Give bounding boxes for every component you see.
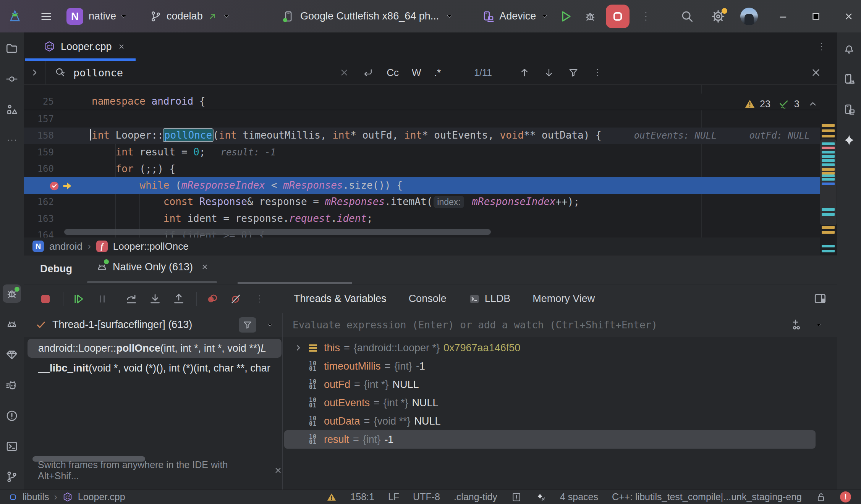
maximize-button[interactable] (811, 11, 821, 22)
error-stripe[interactable] (820, 85, 837, 255)
debug-tool-button[interactable] (3, 284, 21, 303)
expand-icon[interactable] (294, 343, 304, 352)
code-line-163[interactable]: 163 int ident = response.request.ident; (24, 210, 820, 227)
run-button[interactable] (558, 9, 573, 24)
regex-toggle[interactable]: .* (434, 67, 441, 79)
dismiss-tip-icon[interactable] (274, 466, 283, 475)
stripe-mark[interactable] (822, 159, 835, 162)
stripe-mark[interactable] (822, 226, 835, 229)
inspections-widget[interactable]: 23 3 (744, 95, 832, 112)
variable-row-result[interactable]: 1001result={int}-1 (284, 430, 816, 449)
close-session-icon[interactable] (201, 263, 209, 271)
debug-button[interactable] (584, 10, 597, 23)
run-config-badge[interactable]: N (66, 8, 83, 25)
notifications-tool-button[interactable] (840, 39, 858, 58)
variable-row-outEvents[interactable]: 1001outEvents={int *}NULL (284, 394, 816, 412)
variable-row-outFd[interactable]: 1001outFd={int *}NULL (284, 375, 816, 394)
device-manager-tool-button[interactable] (840, 70, 858, 88)
main-menu-button[interactable] (40, 10, 53, 23)
evaluate-expression-bar[interactable]: Evaluate expression (Enter) or add a wat… (283, 313, 837, 337)
code-line-157[interactable]: 157 (24, 111, 820, 128)
problems-tool-button[interactable] (3, 407, 21, 425)
stripe-mark[interactable] (822, 174, 835, 177)
status-module[interactable]: libutils (23, 491, 49, 502)
close-tab-icon[interactable] (117, 42, 126, 51)
run-config-selector[interactable]: native (89, 10, 116, 22)
line-number[interactable]: 160 (24, 163, 54, 174)
filter-threads-button[interactable] (239, 317, 256, 333)
editor-horizontal-scrollbar[interactable] (64, 229, 491, 235)
sticky-scope-line[interactable]: 25namespace android { (24, 94, 820, 110)
line-number[interactable]: 159 (24, 147, 54, 158)
resume-button[interactable] (71, 291, 86, 307)
stripe-mark[interactable] (822, 178, 835, 181)
panel-layout-button[interactable] (813, 292, 827, 305)
chevron-down-icon[interactable] (540, 12, 549, 21)
more-actions-button[interactable] (639, 10, 652, 23)
breadcrumb-namespace[interactable]: android (49, 241, 83, 252)
stripe-mark[interactable] (822, 163, 835, 166)
line-number[interactable]: 164 (24, 230, 54, 237)
warning-triangle-icon[interactable] (327, 492, 337, 502)
reader-mode-icon[interactable] (511, 492, 522, 502)
commit-tool-button[interactable] (3, 70, 21, 88)
gemini-tool-button[interactable] (840, 131, 858, 149)
step-into-button[interactable] (147, 291, 163, 307)
stripe-mark[interactable] (822, 231, 835, 234)
profiler-tool-button[interactable] (3, 376, 21, 394)
prev-problem-icon[interactable] (808, 99, 818, 109)
tab-options-button[interactable] (816, 41, 827, 52)
search-magnifier-icon[interactable] (54, 66, 66, 79)
stripe-mark[interactable] (822, 168, 835, 171)
stripe-mark[interactable] (822, 142, 835, 145)
minimize-button[interactable] (778, 11, 788, 22)
unlocked-icon[interactable] (816, 492, 826, 502)
code-line-160[interactable]: 160 for (;;) { (24, 161, 820, 178)
app-quality-insights-tool-button[interactable] (3, 346, 21, 364)
stripe-mark[interactable] (822, 172, 835, 174)
tab-looper-cpp[interactable]: C++ Looper.cpp (35, 32, 136, 61)
status-file[interactable]: Looper.cpp (78, 491, 125, 502)
debug-tab-threads-variables[interactable]: Threads & Variables (294, 293, 387, 305)
debug-session-tab[interactable]: Native Only (613) (96, 261, 209, 273)
code-editor[interactable]: 157158int Looper::pollOnce(int timeoutMi… (24, 85, 837, 237)
stripe-mark[interactable] (822, 151, 835, 153)
words-toggle[interactable]: W (412, 67, 421, 79)
next-occurrence-button[interactable] (543, 67, 555, 78)
stripe-mark[interactable] (822, 155, 835, 158)
tabbar-scrollbar[interactable] (87, 281, 217, 283)
previous-occurrence-button[interactable] (519, 67, 530, 78)
debug-tab-console[interactable]: Console (409, 293, 447, 305)
settings-button[interactable] (710, 9, 726, 24)
stack-frame[interactable]: android::Looper::pollOnce(int, int *, in… (28, 339, 282, 358)
variable-row-this[interactable]: this={android::Looper *}0x7967aa146f50 (284, 339, 816, 357)
toolchain-setting[interactable]: C++: libutils_test_compile|...unk_stagin… (612, 491, 802, 502)
avatar[interactable] (740, 8, 758, 25)
variable-row-outData[interactable]: 1001outData={void **}NULL (284, 412, 816, 430)
pause-button[interactable] (95, 291, 110, 307)
breakpoint-icon[interactable] (49, 180, 60, 192)
running-devices-tool-button[interactable] (840, 100, 858, 119)
code-line-159[interactable]: 159 int result = 0;result: -1 (24, 144, 820, 161)
stripe-mark[interactable] (822, 147, 835, 149)
error-notification-dot[interactable]: ! (840, 491, 851, 502)
code-line-162[interactable]: 162 const Response& response = mResponse… (24, 194, 820, 211)
variable-row-timeoutMillis[interactable]: 1001timeoutMillis={int}-1 (284, 357, 816, 375)
caret-position[interactable]: 158:1 (350, 491, 374, 502)
line-ending[interactable]: LF (388, 491, 399, 502)
stripe-mark[interactable] (822, 183, 835, 185)
more-tools-button[interactable] (3, 131, 21, 149)
debug-more-button[interactable] (252, 291, 267, 307)
expand-search-icon[interactable] (24, 68, 45, 78)
debug-tab-memory-view[interactable]: Memory View (532, 293, 595, 305)
thread-dropdown-icon[interactable] (265, 320, 275, 330)
breadcrumb-function[interactable]: Looper::pollOnce (113, 241, 189, 252)
stop-process-button[interactable] (38, 291, 53, 307)
code-line-161[interactable]: while (mResponseIndex < mResponses.size(… (24, 177, 820, 194)
stripe-mark[interactable] (822, 250, 835, 252)
spark-pen-icon[interactable] (536, 492, 546, 502)
file-encoding[interactable]: UTF-8 (413, 491, 440, 502)
filter-search-button[interactable] (568, 67, 579, 78)
lint-config[interactable]: .clang-tidy (454, 491, 497, 502)
vcs-branch-selector[interactable]: codelab (167, 10, 203, 22)
